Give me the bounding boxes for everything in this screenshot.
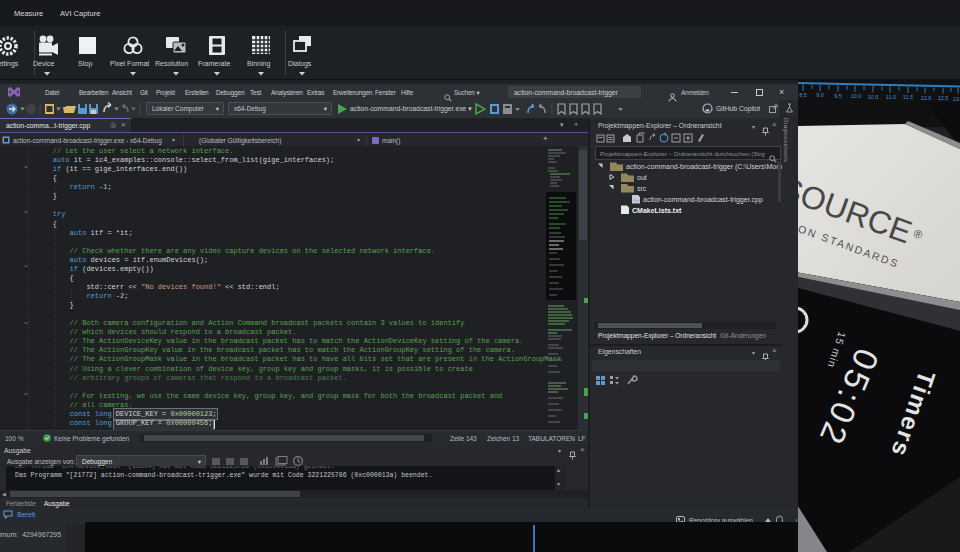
svg-text:8.5: 8.5 (799, 92, 807, 98)
svg-text:++: ++ (633, 197, 639, 203)
svg-text:out: out (637, 174, 647, 181)
svg-text:9.5: 9.5 (834, 93, 842, 99)
svg-text:action-command-broadcast-trigg: action-command-broadcast-trigger (C:\Use… (626, 163, 782, 171)
svg-text:10.5: 10.5 (868, 94, 879, 100)
svg-text:12.0: 12.0 (921, 95, 932, 101)
svg-text:11.5: 11.5 (903, 94, 913, 100)
svg-text:13.0: 13.0 (953, 96, 960, 102)
svg-text:11.0: 11.0 (886, 94, 896, 100)
svg-text:10.0: 10.0 (851, 93, 862, 99)
svg-text:CMakeLists.txt: CMakeLists.txt (632, 207, 682, 214)
svg-text:action-command-broadcast-trigg: action-command-broadcast-trigger.cpp (643, 196, 763, 204)
svg-text:9.0: 9.0 (816, 92, 824, 98)
svg-text:12.5: 12.5 (938, 95, 949, 101)
svg-text:src: src (637, 185, 647, 192)
